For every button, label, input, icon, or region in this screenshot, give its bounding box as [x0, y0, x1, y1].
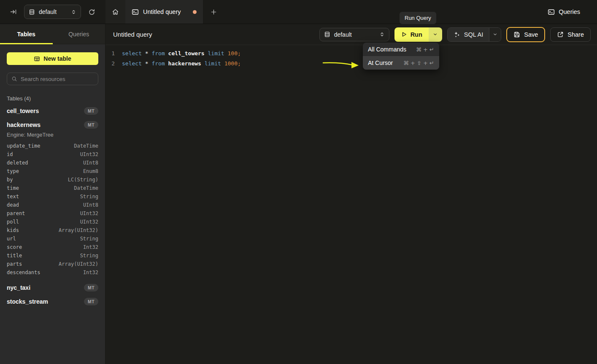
- line-number: 1: [105, 49, 115, 59]
- column-type: DateTime: [74, 185, 98, 191]
- search-input[interactable]: [21, 76, 94, 82]
- column-row: type Enum8: [7, 167, 98, 175]
- column-row: dead UInt8: [7, 201, 98, 209]
- share-button[interactable]: Share: [550, 27, 591, 42]
- queries-button-label: Queries: [559, 8, 580, 15]
- column-row: title String: [7, 251, 98, 260]
- column-name: dead: [7, 202, 19, 208]
- tables-list: cell_towers MT hackernews MT Engine: Mer…: [7, 106, 98, 307]
- column-name: descendants: [7, 270, 40, 275]
- play-icon: [401, 31, 407, 38]
- column-row: poll UInt32: [7, 218, 98, 226]
- column-row: kids Array(UInt32): [7, 226, 98, 235]
- run-button[interactable]: Run: [394, 27, 429, 42]
- column-name: id: [7, 151, 13, 157]
- column-type: LC(String): [68, 177, 98, 183]
- column-row: text String: [7, 192, 98, 201]
- sidebar-tabs: Tables Queries: [0, 24, 105, 44]
- sql-ai-label: SQL AI: [464, 31, 483, 38]
- table-list-item[interactable]: hackernews MT: [7, 120, 98, 130]
- sql-ai-dropdown[interactable]: [489, 28, 501, 41]
- save-icon: [513, 31, 520, 38]
- column-row: deleted UInt8: [7, 159, 98, 167]
- collapse-sidebar-icon[interactable]: [10, 8, 17, 15]
- sql-editor[interactable]: 1 select * from cell_towers limit 100; 2…: [105, 45, 597, 69]
- sql-ai-button-group: SQL AI: [447, 27, 501, 42]
- column-row: parent UInt32: [7, 209, 98, 218]
- table-list-item[interactable]: nyc_taxi MT: [7, 283, 98, 293]
- column-type: UInt8: [83, 160, 98, 166]
- updown-chevron-icon: [379, 32, 385, 37]
- column-name: update_time: [7, 143, 40, 149]
- column-type: String: [80, 253, 98, 259]
- sidebar-tab-tables[interactable]: Tables: [0, 24, 53, 44]
- run-options-menu: All Commands ⌘ + ↵ At Cursor ⌘ + ⇧ + ↵: [363, 43, 439, 70]
- home-button[interactable]: [105, 0, 125, 24]
- column-row: score Int32: [7, 243, 98, 251]
- top-bar: default Untitled query: [0, 0, 597, 24]
- column-type: UInt32: [80, 210, 98, 216]
- column-name: poll: [7, 219, 19, 225]
- run-menu-item-label: All Commands: [368, 46, 406, 53]
- column-name: parts: [7, 261, 22, 267]
- column-type: Array(UInt32): [59, 261, 98, 267]
- column-name: parent: [7, 210, 25, 216]
- table-list-item[interactable]: cell_towers MT: [7, 106, 98, 116]
- refresh-icon[interactable]: [88, 8, 95, 16]
- column-name: text: [7, 194, 19, 200]
- queries-button[interactable]: Queries: [548, 0, 597, 24]
- column-row: parts Array(UInt32): [7, 260, 98, 268]
- database-selector-toolbar[interactable]: default: [319, 28, 389, 41]
- run-query-tooltip: Run Query: [400, 12, 436, 24]
- query-toolbar: Untitled query default: [105, 24, 597, 45]
- terminal-icon: [132, 8, 139, 16]
- database-selector-topbar[interactable]: default: [24, 5, 81, 19]
- column-name: deleted: [7, 160, 28, 166]
- tab-title: Untitled query: [143, 8, 181, 15]
- column-row: descendants Int32: [7, 268, 98, 277]
- table-name: stocks_stream: [7, 298, 48, 305]
- new-table-button[interactable]: New table: [7, 52, 98, 65]
- engine-badge: MT: [84, 121, 98, 129]
- run-options-dropdown[interactable]: [429, 27, 442, 42]
- database-selector-value: default: [334, 31, 375, 38]
- run-menu-item[interactable]: All Commands ⌘ + ↵: [363, 43, 439, 56]
- column-list: update_time DateTime id UInt32 deleted U…: [7, 142, 98, 277]
- code-line: 2 select * from hackernews limit 1000;: [105, 59, 597, 69]
- column-name: score: [7, 244, 22, 250]
- column-type: String: [80, 236, 98, 242]
- sidebar-tab-tables-label: Tables: [17, 31, 35, 38]
- database-selector-value: default: [39, 8, 67, 15]
- column-row: time DateTime: [7, 184, 98, 192]
- tab-untitled-query[interactable]: Untitled query: [125, 0, 203, 24]
- code-text: select * from hackernews limit 1000;: [122, 59, 241, 69]
- sidebar-body: New table Tables (4) cell_towers MT hack…: [0, 44, 105, 307]
- updown-chevron-icon: [71, 9, 76, 15]
- sidebar-tab-queries[interactable]: Queries: [53, 24, 105, 44]
- column-type: Enum8: [83, 168, 98, 174]
- sidebar: Tables Queries New table: [0, 24, 105, 364]
- table-list-item[interactable]: stocks_stream MT: [7, 297, 98, 307]
- column-name: time: [7, 185, 19, 191]
- sql-ai-button[interactable]: SQL AI: [448, 28, 489, 41]
- database-icon: [324, 31, 330, 38]
- run-menu-item-shortcut: ⌘ + ↵: [416, 46, 434, 53]
- run-button-label: Run: [411, 31, 422, 38]
- toolbar-actions: default Run: [319, 27, 591, 42]
- search-resources-box: [7, 73, 98, 85]
- column-type: Int32: [83, 244, 98, 250]
- column-row: update_time DateTime: [7, 142, 98, 150]
- query-title: Untitled query: [113, 31, 152, 38]
- column-name: title: [7, 253, 22, 259]
- table-name: cell_towers: [7, 108, 39, 114]
- column-name: by: [7, 177, 13, 183]
- new-tab-button[interactable]: [203, 0, 224, 24]
- engine-badge: MT: [84, 284, 98, 291]
- save-button[interactable]: Save: [506, 27, 545, 42]
- column-type: UInt8: [83, 202, 98, 208]
- column-type: Array(UInt32): [59, 227, 98, 233]
- column-type: Int32: [83, 270, 98, 275]
- run-menu-item[interactable]: At Cursor ⌘ + ⇧ + ↵: [363, 56, 439, 70]
- column-row: id UInt32: [7, 150, 98, 159]
- column-type: UInt32: [80, 219, 98, 225]
